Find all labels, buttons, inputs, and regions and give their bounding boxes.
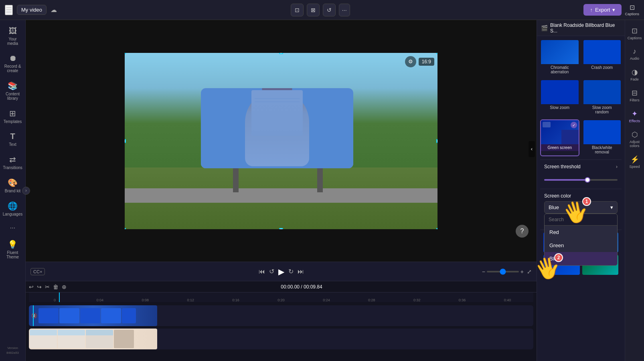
color-option-blue[interactable]: Blue [545, 252, 617, 265]
rs-captions[interactable]: ⊡ Captions [626, 23, 644, 43]
library-icon: 📚 [8, 81, 18, 91]
zoom-in-button[interactable]: + [520, 268, 524, 275]
color-search-input[interactable] [545, 214, 617, 226]
color-option-red[interactable]: Red [545, 226, 617, 239]
panel-title: Blank Roadside Billboard Blue S... [550, 22, 621, 34]
left-sidebar: 🖼 Your media ⏺ Record &create 📚 Content … [0, 20, 26, 361]
panel-header: 🎬 Blank Roadside Billboard Blue S... [537, 20, 625, 36]
cc-button[interactable]: CC+ [30, 268, 45, 275]
play-button[interactable]: ▶ [278, 267, 284, 276]
sidebar-item-transitions[interactable]: ⇄ Transitions [1, 151, 24, 173]
billboard-screen [201, 88, 353, 168]
menu-button[interactable]: ☰ [5, 5, 13, 15]
panel-doc-icon: 🎬 [541, 25, 548, 31]
topbar-right: ↑ Export ▾ ⊡ Captions [583, 4, 639, 16]
sidebar-item-templates[interactable]: ⊞ Templates [1, 105, 24, 127]
delete-button[interactable]: 🗑 [53, 284, 59, 290]
more-tools-button[interactable]: ··· [339, 4, 350, 16]
threshold-expand-icon[interactable]: › [616, 164, 618, 169]
undo-button[interactable]: ↩ [29, 284, 34, 290]
toolbar-center: ⊡ ⊠ ↺ ··· [57, 4, 583, 16]
panel-collapse-button[interactable]: ‹ [529, 141, 535, 157]
skip-to-end-button[interactable]: ⏭ [298, 268, 304, 275]
sidebar-item-more[interactable]: ··· [1, 221, 24, 235]
video-preview: ⚙ 16:9 [125, 53, 437, 229]
effect-card-slow-zoom-random[interactable]: Slow zoom random [583, 79, 622, 116]
rewind-button[interactable]: ↺ [269, 268, 274, 275]
redo-button[interactable]: ↪ [37, 284, 42, 290]
effect-card-chromatic[interactable]: Chromatic aberration [540, 39, 579, 76]
effect-card-crash-zoom[interactable]: Crash zoom [583, 39, 622, 76]
sidebar-item-content-library[interactable]: 📚 Content library [1, 78, 24, 104]
effect-card-slow-zoom[interactable]: Slow zoom [540, 79, 579, 116]
speed-rs-icon: ⚡ [630, 155, 639, 164]
expand-timeline-button[interactable]: ⤢ [527, 268, 532, 275]
color-option-green[interactable]: Green [545, 239, 617, 252]
zoom-slider[interactable] [487, 271, 519, 272]
captions-rs-label: Captions [628, 36, 642, 40]
sidebar-item-brand-kit[interactable]: 🎨 Brand kit [1, 175, 24, 196]
screen-threshold-section: Screen threshold › [540, 159, 622, 189]
color-select-wrapper: Blue ▾ Red Green Blue [544, 201, 618, 214]
cut-button[interactable]: ✂ [45, 284, 50, 290]
ruler-marks: 0 0:04 0:08 0:12 0:16 0:20 0:24 0:28 0:3… [32, 298, 530, 302]
rs-filters[interactable]: ⊟ Filters [626, 85, 644, 105]
effect-thumb-slow-zoom [541, 80, 579, 104]
chevron-down-icon: ▾ [610, 204, 613, 210]
help-button[interactable]: ? [516, 225, 529, 238]
ruler-mark-3: 0:12 [168, 298, 213, 302]
filters-rs-icon: ⊟ [632, 89, 638, 97]
screen-color-section: Screen color Blue ▾ Red Green Blue [540, 189, 622, 218]
brand-icon: 🎨 [8, 178, 18, 188]
video-settings-button[interactable]: ⚙ [405, 56, 416, 67]
threshold-slider[interactable] [544, 179, 618, 181]
sidebar-item-fluent-theme[interactable]: 💡 Fluent Theme [1, 236, 24, 262]
zoom-out-button[interactable]: − [482, 268, 485, 275]
right-panel: 🎬 Blank Roadside Billboard Blue S... Chr… [537, 20, 625, 361]
crop-button[interactable]: ⊠ [307, 4, 320, 16]
resize-button[interactable]: ⊡ [291, 4, 304, 16]
copy-button[interactable]: ⊕ [62, 284, 67, 290]
mute-icon: 🔇 [31, 313, 37, 319]
rs-audio[interactable]: ♪ Audio [626, 44, 644, 64]
effect-card-green-screen[interactable]: ✓ Green screen [540, 119, 579, 156]
right-controls: − + ⤢ [482, 268, 532, 275]
more-icon: ··· [10, 224, 15, 232]
export-button[interactable]: ↑ Export ▾ [583, 4, 622, 16]
effect-thumb-chromatic [541, 40, 579, 64]
ruler-mark-0: 0 [32, 298, 77, 302]
skip-to-start-button[interactable]: ⏮ [259, 268, 265, 275]
version-number: 8482a53 [6, 351, 19, 355]
threshold-title: Screen threshold [544, 164, 581, 169]
rs-effects[interactable]: ✦ Effects [626, 106, 644, 126]
captions-panel-button[interactable]: ⊡ Captions [625, 4, 639, 16]
rotate-button[interactable]: ↺ [323, 4, 336, 16]
project-name[interactable]: My video [17, 5, 47, 15]
fade-rs-label: Fade [630, 77, 639, 81]
ruler-mark-10: 0:40 [485, 298, 530, 302]
effect-label-chromatic: Chromatic aberration [541, 64, 579, 75]
effect-label-bw: Black/white removal [583, 144, 621, 155]
media-icon: 🖼 [9, 26, 17, 36]
sidebar-item-your-media[interactable]: 🖼 Your media [1, 23, 24, 49]
rs-adjust-colors[interactable]: ⬡ Adjust colors [626, 127, 644, 151]
effects-rs-label: Effects [629, 119, 640, 123]
sidebar-item-text[interactable]: T Text [1, 129, 24, 150]
screen-color-button[interactable]: Blue ▾ [544, 201, 618, 214]
record-icon: ⏺ [9, 54, 17, 63]
effect-card-bw[interactable]: Black/white removal [583, 119, 622, 156]
audio-rs-icon: ♪ [633, 47, 636, 56]
sidebar-item-languages[interactable]: 🌐 Languages [1, 198, 24, 220]
rs-speed[interactable]: ⚡ Speed [626, 152, 644, 172]
sidebar-collapse-button[interactable]: › [22, 187, 30, 195]
filters-rs-label: Filters [630, 98, 640, 102]
sidebar-item-record-create[interactable]: ⏺ Record &create [1, 50, 24, 76]
fast-forward-button[interactable]: ↻ [288, 268, 294, 275]
text-icon: T [10, 132, 15, 141]
version-label: Version [7, 346, 18, 350]
image-clip[interactable] [29, 329, 157, 349]
rs-fade[interactable]: ◑ Fade [626, 65, 644, 85]
captions-label: Captions [625, 12, 639, 16]
video-clip[interactable]: 🔇 [29, 305, 157, 326]
scene-background [125, 53, 437, 229]
